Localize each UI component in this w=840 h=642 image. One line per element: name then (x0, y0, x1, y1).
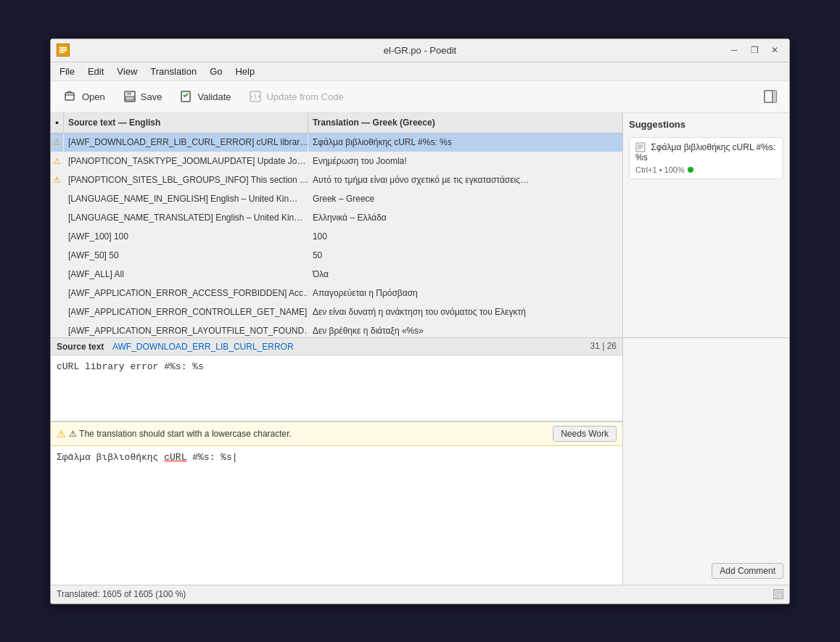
table-row[interactable]: ⚠[PANOPTICON_TASKTYPE_JOOMLAUPDATE] Upda… (51, 152, 622, 171)
suggestion-text: Σφάλμα βιβλιοθήκης cURL #%s: %s (635, 142, 777, 163)
lower-area: Source text AWF_DOWNLOAD_ERR_LIB_CURL_ER… (51, 338, 789, 585)
table-row[interactable]: [AWF_APPLICATION_ERROR_CONTROLLER_GET_NA… (51, 303, 622, 322)
restore-button[interactable]: ❐ (746, 43, 763, 57)
needs-work-button[interactable]: Needs Work (553, 426, 617, 442)
titlebar: el-GR.po - Poedit ─ ❐ ✕ (51, 39, 789, 62)
row-translation: 50 (308, 247, 622, 265)
row-indicator: ⚠ (51, 171, 64, 189)
row-indicator (51, 303, 64, 321)
row-source: [AWF_DOWNLOAD_ERR_LIB_CURL_ERROR] cURL l… (64, 133, 308, 152)
row-source: [LANGUAGE_NAME_IN_ENGLISH] English – Uni… (64, 190, 308, 208)
translation-header: ⚠ ⚠ The translation should start with a … (51, 421, 622, 446)
open-label: Open (82, 91, 105, 102)
row-translation: Απαγορεύεται η Πρόσβαση (308, 284, 622, 303)
table-row[interactable]: [AWF_APPLICATION_ERROR_LAYOUTFILE_NOT_FO… (51, 322, 622, 337)
window-title: el-GR.po - Poedit (384, 45, 456, 56)
sidebar-toggle-icon[interactable] (763, 89, 778, 104)
suggestions-title: Suggestions (629, 119, 783, 130)
table-header: • Source text — English Translation — Gr… (51, 113, 622, 133)
suggestion-meta: Ctrl+1 • 100% (635, 165, 777, 174)
row-source: [LANGUAGE_NAME_TRANSLATED] English – Uni… (64, 209, 308, 227)
app-icon (57, 44, 70, 57)
row-source: [AWF_APPLICATION_ERROR_CONTROLLER_GET_NA… (64, 303, 308, 321)
svg-rect-1 (59, 47, 67, 49)
validate-label: Validate (197, 91, 231, 102)
translation-column-header: Translation — Greek (Greece) (308, 113, 622, 133)
row-translation: Ελληνικά – Ελλάδα (308, 209, 622, 227)
row-translation: Όλα (308, 266, 622, 284)
row-translation: Δεν είναι δυνατή η ανάκτηση του ονόματος… (308, 303, 622, 321)
close-button[interactable]: ✕ (766, 43, 783, 57)
table-row[interactable]: ⚠[AWF_DOWNLOAD_ERR_LIB_CURL_ERROR] cURL … (51, 133, 622, 152)
row-source: [PANOPTICON_TASKTYPE_JOOMLAUPDATE] Updat… (64, 152, 308, 170)
quality-indicator (688, 167, 693, 173)
translation-text: Σφάλμα βιβλιοθήκης cURL #%s: %s| (57, 452, 238, 463)
row-translation: Ενημέρωση του Joomla! (308, 152, 622, 170)
translation-content[interactable]: Σφάλμα βιβλιοθήκης cURL #%s: %s| (51, 446, 622, 585)
table-row[interactable]: [AWF_ALL] AllΌλα (51, 266, 622, 284)
row-indicator (51, 322, 64, 337)
row-indicator: ⚠ (51, 152, 64, 170)
update-from-code-icon (248, 89, 263, 104)
row-translation: Σφάλμα βιβλιοθήκης cURL #%s: %s (308, 133, 622, 152)
warning-icon: ⚠ (53, 175, 61, 185)
validate-button[interactable]: Validate (172, 86, 238, 107)
toolbar: Open Save Validate (51, 81, 789, 113)
row-source: [AWF_ALL] All (64, 266, 308, 284)
indicator-header: • (51, 113, 64, 133)
source-column-header: Source text — English (64, 113, 308, 133)
suggestions-panel: Suggestions Σφάλμα βιβλιοθήκης cURL #%s:… (622, 113, 789, 337)
table-row[interactable]: [LANGUAGE_NAME_IN_ENGLISH] English – Uni… (51, 190, 622, 209)
menubar: File Edit View Translation Go Help (51, 62, 789, 81)
menu-edit[interactable]: Edit (82, 64, 110, 79)
window-controls: ─ ❐ ✕ (725, 43, 783, 57)
row-indicator (51, 284, 64, 303)
main-window: el-GR.po - Poedit ─ ❐ ✕ File Edit View T… (50, 38, 790, 604)
table-body: ⚠[AWF_DOWNLOAD_ERR_LIB_CURL_ERROR] cURL … (51, 133, 622, 337)
table-row[interactable]: ⚠[PANOPTICON_SITES_LBL_GROUPS_INFO] This… (51, 171, 622, 190)
table-row[interactable]: [AWF_100] 100100 (51, 228, 622, 247)
save-button[interactable]: Save (115, 86, 170, 107)
lower-left: Source text AWF_DOWNLOAD_ERR_LIB_CURL_ER… (51, 338, 622, 585)
minimize-button[interactable]: ─ (725, 43, 743, 57)
menu-translation[interactable]: Translation (144, 64, 202, 79)
row-source: [AWF_APPLICATION_ERROR_LAYOUTFILE_NOT_FO… (64, 322, 308, 337)
row-translation: Δεν βρέθηκε η διάταξη «%s» (308, 322, 622, 337)
resize-handle (773, 589, 783, 599)
svg-rect-7 (125, 96, 134, 100)
row-indicator (51, 209, 64, 227)
validate-icon (179, 89, 194, 104)
menu-help[interactable]: Help (229, 64, 260, 79)
row-translation: Αυτό το τμήμα είναι μόνο σχετικό με τις … (308, 171, 622, 189)
row-indicator (51, 190, 64, 208)
svg-rect-2 (59, 49, 67, 51)
row-indicator: ⚠ (51, 133, 64, 152)
menu-go[interactable]: Go (204, 64, 228, 79)
row-source: [AWF_100] 100 (64, 228, 308, 246)
main-area: • Source text — English Translation — Gr… (51, 113, 789, 585)
source-section-header: Source text AWF_DOWNLOAD_ERR_LIB_CURL_ER… (51, 338, 622, 355)
table-row[interactable]: [AWF_50] 5050 (51, 247, 622, 266)
translation-table: • Source text — English Translation — Gr… (51, 113, 622, 337)
titlebar-left (57, 44, 70, 57)
update-from-code-button[interactable]: Update from Code (241, 86, 350, 107)
menu-view[interactable]: View (111, 64, 143, 79)
table-row[interactable]: [LANGUAGE_NAME_TRANSLATED] English – Uni… (51, 209, 622, 228)
open-button[interactable]: Open (57, 86, 112, 107)
row-indicator (51, 228, 64, 246)
save-label: Save (141, 91, 162, 102)
row-translation: 100 (308, 228, 622, 246)
suggestion-item[interactable]: Σφάλμα βιβλιοθήκης cURL #%s: %s Ctrl+1 •… (629, 137, 783, 180)
svg-rect-11 (773, 91, 776, 102)
svg-rect-4 (65, 93, 74, 100)
save-icon (123, 89, 137, 104)
source-header-content: Source text AWF_DOWNLOAD_ERR_LIB_CURL_ER… (57, 341, 294, 352)
translation-warning: ⚠ ⚠ The translation should start with a … (57, 428, 292, 440)
source-text-section: Source text AWF_DOWNLOAD_ERR_LIB_CURL_ER… (51, 338, 622, 421)
add-comment-button[interactable]: Add Comment (712, 563, 783, 579)
update-from-code-label: Update from Code (266, 91, 343, 102)
menu-file[interactable]: File (54, 64, 81, 79)
row-source: [AWF_APPLICATION_ERROR_ACCESS_FORBIDDEN]… (64, 284, 308, 303)
row-translation: Greek – Greece (308, 190, 622, 208)
table-row[interactable]: [AWF_APPLICATION_ERROR_ACCESS_FORBIDDEN]… (51, 284, 622, 303)
